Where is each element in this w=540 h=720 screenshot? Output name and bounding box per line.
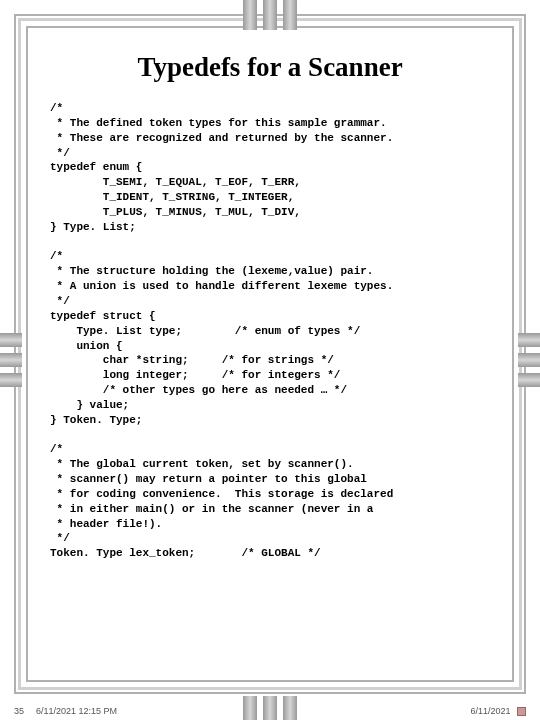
footer-date: 6/11/2021 xyxy=(470,706,510,716)
decor-left-bars xyxy=(0,333,22,387)
decor-top-bars xyxy=(243,0,297,30)
page-number: 35 xyxy=(14,706,24,716)
timestamp: 6/11/2021 12:15 PM xyxy=(36,706,117,716)
footer-mark-icon xyxy=(517,707,526,716)
decor-right-bars xyxy=(518,333,540,387)
footer: 35 6/11/2021 12:15 PM 6/11/2021 xyxy=(0,706,540,716)
slide-title: Typedefs for a Scanner xyxy=(50,52,490,83)
code-block: /* * The defined token types for this sa… xyxy=(50,101,490,561)
slide-content: Typedefs for a Scanner /* * The defined … xyxy=(26,26,514,682)
